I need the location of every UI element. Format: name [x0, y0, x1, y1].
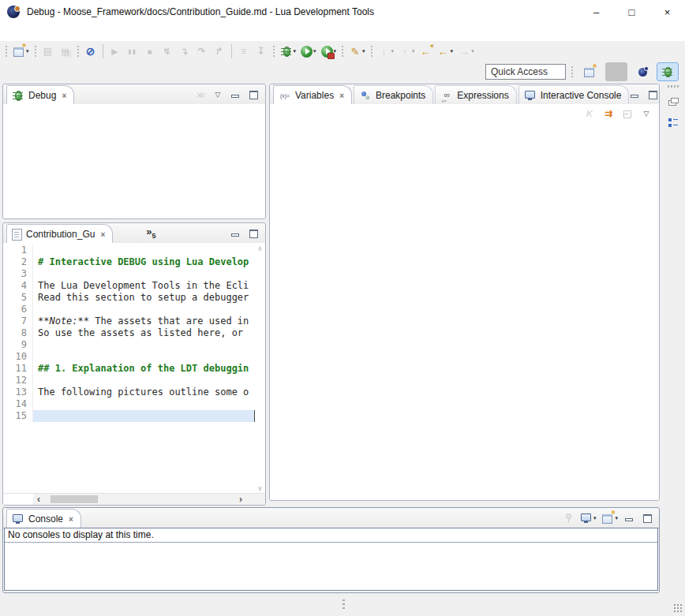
previous-annotation-button[interactable]: ▾	[397, 43, 417, 60]
editor-line[interactable]: 5 Read this section to setup a debugger	[3, 292, 255, 304]
drop-to-frame-button[interactable]: ▾	[253, 43, 269, 60]
editor-line[interactable]: 10	[3, 351, 255, 363]
editor-line[interactable]: 7 **Note:** The assets that are used in	[3, 315, 255, 327]
editor-line[interactable]: 6	[3, 304, 255, 315]
debug-view-body[interactable]	[3, 104, 265, 218]
minimize-view-button[interactable]	[230, 227, 242, 240]
open-console-button[interactable]: ▾	[601, 512, 618, 525]
dropdown-caret-icon[interactable]: ▾	[412, 48, 415, 54]
maximize-view-button[interactable]: ▾	[248, 88, 260, 101]
maximize-view-button[interactable]: ▾	[642, 512, 654, 525]
editor-tab[interactable]: Contribution_Gu ×	[6, 224, 113, 244]
view-menu-button[interactable]: ▾	[211, 88, 224, 101]
sash-handle[interactable]	[342, 599, 345, 610]
menu-navigate[interactable]	[32, 24, 44, 41]
open-perspective-button[interactable]	[578, 62, 601, 81]
dropdown-caret-icon[interactable]: ▾	[313, 48, 316, 54]
window-maximize-button[interactable]: □	[614, 0, 649, 24]
editor-line[interactable]: 11 ## 1. Explanation of the LDT debuggin	[3, 363, 255, 375]
pin-console-button[interactable]: ▾	[562, 512, 575, 525]
editor-line[interactable]: 9	[3, 339, 255, 351]
console-view-tab[interactable]: Console ×	[6, 509, 81, 528]
variables-view-body[interactable]	[270, 104, 659, 500]
minimize-view-button[interactable]	[629, 88, 642, 101]
dropdown-caret-icon[interactable]: ▾	[471, 48, 474, 54]
vertical-scrollbar[interactable]: ∧ ∨	[255, 243, 265, 494]
menu-edit[interactable]	[19, 24, 32, 41]
external-tools-button[interactable]: ▾	[320, 43, 339, 60]
terminate-button[interactable]: ▾	[142, 43, 158, 60]
scrollbar-thumb[interactable]	[51, 495, 98, 503]
step-over-button[interactable]: ▾	[194, 43, 210, 60]
tab-close-icon[interactable]: ×	[69, 515, 73, 524]
outline-view-button[interactable]	[665, 116, 681, 130]
tab-close-icon[interactable]: ×	[62, 91, 66, 100]
minimize-view-button[interactable]: ▾	[230, 88, 242, 101]
debug-view-tab[interactable]: Debug ×	[6, 85, 74, 105]
run-button[interactable]: ▾	[299, 43, 318, 60]
scroll-left-icon[interactable]: ‹	[33, 494, 44, 505]
scroll-up-icon[interactable]: ∧	[255, 245, 265, 252]
new-wizard-button[interactable]: ▾	[11, 43, 31, 60]
tab-expressions[interactable]: Expressions ×	[435, 85, 516, 105]
editor-line[interactable]: 15	[3, 410, 255, 422]
menu-help[interactable]	[95, 24, 107, 41]
disconnect-button[interactable]: ▾	[159, 43, 175, 60]
show-logical-structures-button[interactable]	[602, 107, 615, 120]
tab-breakpoints[interactable]: Breakpoints ×	[354, 85, 433, 105]
editor-line[interactable]: 14	[3, 398, 255, 410]
forward-button[interactable]: ▾	[456, 43, 476, 60]
editor-line[interactable]: 12	[3, 375, 255, 386]
collapse-all-button[interactable]	[621, 107, 634, 120]
use-step-filters-button[interactable]: ▾	[236, 43, 252, 60]
tab-close-icon[interactable]: ×	[100, 230, 105, 239]
menu-search[interactable]	[44, 24, 57, 41]
hidden-editors-chevron[interactable]: »5	[146, 226, 155, 240]
view-menu-button[interactable]	[640, 107, 653, 120]
back-button[interactable]: ▾	[436, 43, 455, 60]
horizontal-scrollbar[interactable]: ‹ ›	[3, 493, 265, 505]
tab-interactive-console[interactable]: Interactive Console ×	[518, 85, 630, 105]
scroll-down-icon[interactable]: ∨	[255, 484, 265, 492]
dropdown-caret-icon[interactable]: ▾	[26, 48, 29, 54]
editor-body[interactable]: 1 2 # Interactive DEBUG using Lua Develo…	[3, 243, 265, 494]
menu-file[interactable]	[6, 24, 19, 41]
step-return-button[interactable]: ▾	[211, 43, 227, 60]
next-annotation-button[interactable]: ▾	[376, 43, 396, 60]
scroll-right-icon[interactable]: ›	[235, 494, 246, 505]
window-minimize-button[interactable]: –	[578, 0, 614, 24]
editor-line[interactable]: 4 The Lua Development Tools in the Ecli	[3, 280, 255, 292]
window-close-button[interactable]: ×	[649, 0, 685, 24]
debug-perspective-button[interactable]	[657, 62, 679, 81]
step-into-button[interactable]: ▾	[177, 43, 193, 60]
lua-perspective-button[interactable]	[632, 62, 654, 81]
toolbar-grip[interactable]	[571, 66, 573, 77]
resume-button[interactable]: ▾	[107, 43, 123, 60]
minimize-view-button[interactable]: ▾	[623, 512, 636, 525]
display-selected-console-button[interactable]: ▾	[580, 512, 597, 525]
save-button[interactable]: ▾	[40, 43, 56, 60]
tab-variables[interactable]: Variables ×	[273, 85, 352, 105]
open-task-button[interactable]: ▾	[347, 43, 367, 60]
resize-grip[interactable]	[673, 603, 683, 613]
quick-access-input[interactable]: Quick Access	[485, 64, 566, 80]
console-body[interactable]: No consoles to display at this time.	[4, 528, 658, 591]
maximize-view-button[interactable]	[647, 88, 660, 101]
tab-close-icon[interactable]: ×	[339, 91, 344, 100]
dropdown-caret-icon[interactable]: ▾	[362, 48, 365, 54]
maximize-view-button[interactable]	[248, 227, 260, 240]
suspend-button[interactable]: ▾	[125, 43, 140, 60]
editor-line[interactable]: 8 So use the assets as listed here, or	[3, 327, 255, 339]
last-edit-location-button[interactable]: ▾	[418, 43, 434, 60]
menu-run[interactable]	[69, 24, 82, 41]
editor-line[interactable]: 13 The following pictures outline some o	[3, 386, 255, 398]
debug-button[interactable]: ▾	[279, 43, 298, 60]
save-all-button[interactable]: ▾	[58, 43, 73, 60]
editor-line[interactable]: 3	[3, 268, 255, 280]
dropdown-caret-icon[interactable]: ▾	[391, 48, 395, 54]
show-type-names-button[interactable]	[583, 107, 596, 120]
remove-all-terminated-button[interactable]: ▾	[193, 88, 206, 101]
dropdown-caret-icon[interactable]: ▾	[451, 48, 454, 54]
scrollbar-track[interactable]	[44, 494, 235, 505]
editor-line[interactable]: 1	[3, 245, 255, 256]
